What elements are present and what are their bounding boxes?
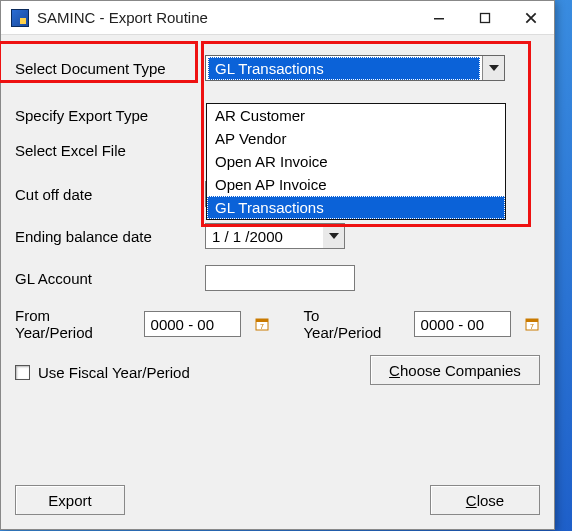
label-document-type: Select Document Type (15, 60, 205, 77)
calendar-icon: 7 (525, 317, 539, 331)
combo-option[interactable]: AP Vendor (207, 127, 505, 150)
svg-rect-1 (481, 13, 490, 22)
from-period-calendar[interactable]: 7 (255, 316, 270, 332)
minimize-icon (433, 12, 445, 24)
label-from-period: From Year/Period (15, 307, 128, 341)
window-buttons (416, 1, 554, 34)
use-fiscal-checkbox[interactable]: Use Fiscal Year/Period (15, 364, 190, 381)
ending-date-input[interactable]: 1 / 1 /2000 (205, 223, 323, 249)
svg-rect-6 (526, 319, 538, 322)
close-window-button[interactable]: Close (430, 485, 540, 515)
window-title: SAMINC - Export Routine (37, 9, 416, 26)
svg-rect-3 (256, 319, 268, 322)
to-period-calendar[interactable]: 7 (525, 316, 540, 332)
close-button[interactable] (508, 1, 554, 34)
app-icon (11, 9, 29, 27)
gl-account-input[interactable] (205, 265, 355, 291)
minimize-button[interactable] (416, 1, 462, 34)
app-window: SAMINC - Export Routine Select Document … (0, 0, 555, 530)
combo-option[interactable]: Open AR Invoice (207, 150, 505, 173)
combo-selected-value: GL Transactions (208, 57, 480, 80)
combo-option[interactable]: Open AP Invoice (207, 173, 505, 196)
maximize-icon (479, 12, 491, 24)
label-gl-account: GL Account (15, 270, 205, 287)
combo-option-selected[interactable]: GL Transactions (207, 196, 505, 219)
label-cutoff-date: Cut off date (15, 186, 205, 203)
label-to-period: To Year/Period (303, 307, 397, 341)
close-text: lose (477, 492, 505, 509)
choose-text: hoose Companies (400, 362, 521, 379)
document-type-combo[interactable]: GL Transactions (205, 55, 505, 81)
choose-companies-button[interactable]: Choose Companies (370, 355, 540, 385)
use-fiscal-label: Use Fiscal Year/Period (38, 364, 190, 381)
to-period-input[interactable]: 0000 - 00 (414, 311, 511, 337)
close-underline: C (466, 492, 477, 509)
checkbox-box[interactable] (15, 365, 30, 380)
export-text: Export (48, 492, 91, 509)
chevron-down-icon (489, 65, 499, 71)
ending-date-arrow[interactable] (323, 223, 345, 249)
export-button[interactable]: Export (15, 485, 125, 515)
maximize-button[interactable] (462, 1, 508, 34)
from-period-input[interactable]: 0000 - 00 (144, 311, 241, 337)
svg-text:7: 7 (530, 323, 534, 330)
client-area: Select Document Type GL Transactions AR … (1, 35, 554, 529)
close-icon (524, 11, 538, 25)
document-type-dropdown[interactable]: AR Customer AP Vendor Open AR Invoice Op… (206, 103, 506, 220)
choose-underline: C (389, 362, 400, 379)
label-excel-file: Select Excel File (15, 142, 205, 159)
combo-arrow[interactable] (482, 56, 504, 80)
calendar-icon: 7 (255, 317, 269, 331)
label-ending-date: Ending balance date (15, 228, 205, 245)
combo-option[interactable]: AR Customer (207, 104, 505, 127)
label-export-type: Specify Export Type (15, 107, 205, 124)
titlebar[interactable]: SAMINC - Export Routine (1, 1, 554, 35)
svg-text:7: 7 (260, 323, 264, 330)
chevron-down-icon (329, 233, 339, 239)
svg-rect-0 (434, 18, 444, 20)
